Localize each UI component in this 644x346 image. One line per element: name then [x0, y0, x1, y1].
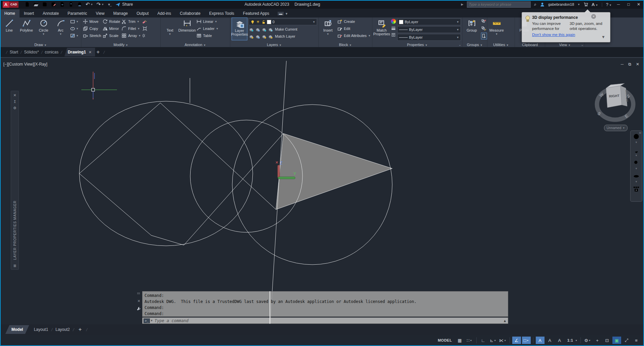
group-select-button[interactable]	[481, 33, 487, 39]
layout-tab-model[interactable]: Model	[5, 325, 29, 334]
username[interactable]: gabebrandon18	[548, 2, 574, 6]
ribbon-tab-manage[interactable]: Manage	[109, 9, 132, 17]
stretch-button[interactable]: Stretch	[83, 33, 101, 39]
close-button[interactable]: ✕	[635, 2, 642, 7]
array-button[interactable]: Array▼	[121, 33, 141, 39]
export-file-button[interactable]	[59, 2, 65, 7]
ribbon-tab-collaborate[interactable]: Collaborate	[175, 9, 205, 17]
edit-button[interactable]: Edit	[337, 26, 371, 32]
layer-state-icon[interactable]	[268, 27, 273, 32]
command-recent-dropdown-icon[interactable]: ▼	[151, 319, 153, 322]
graphics-performance-button[interactable]: ▣	[612, 337, 621, 344]
layer-state-icon[interactable]	[261, 27, 267, 32]
new-layout-button[interactable]: +	[78, 326, 82, 333]
match-properties-button[interactable]: Match Properties	[374, 17, 390, 40]
ribbon-tab-express-tools[interactable]: Express Tools	[205, 9, 238, 17]
rotate-button[interactable]: Rotate	[103, 18, 120, 25]
command-customize-icon[interactable]	[136, 306, 141, 311]
isometric-drafting-button[interactable]: ⋉▼	[498, 337, 507, 344]
measure-button[interactable]: Measure▼	[489, 17, 505, 40]
named-view-pill[interactable]: Unnamed ▼	[604, 125, 628, 131]
table-button[interactable]: Table	[196, 33, 218, 39]
maximize-button[interactable]: □	[625, 2, 632, 7]
palette-close-icon[interactable]: ✕	[13, 93, 16, 98]
rectangle-button[interactable]: ▼	[70, 18, 79, 25]
workspace-switching-button[interactable]: ⚙▼	[583, 337, 592, 344]
group-button[interactable]: Group	[464, 17, 480, 40]
annotation-autoscale-button[interactable]: A	[546, 337, 554, 344]
create-button[interactable]: Create	[337, 18, 371, 25]
new-drawing-tab-button[interactable]: +	[96, 49, 100, 55]
layer-select-dropdown[interactable]: ☀ 0▼	[249, 18, 317, 25]
ribbon-tab-parametric[interactable]: Parametric	[63, 9, 91, 17]
polar-tracking-button[interactable]: ⊾▼	[489, 337, 497, 344]
customization-plus-button[interactable]: +	[593, 337, 602, 344]
clean-screen-button[interactable]: ⤢	[622, 337, 631, 344]
save-as-button[interactable]	[51, 2, 56, 7]
palette-settings-icon[interactable]: ⚙	[13, 106, 16, 110]
edit-attributes-button[interactable]: Edit Attributes▼	[337, 33, 371, 39]
layer-state-icon[interactable]	[249, 27, 254, 32]
panel-label-block[interactable]: Block ▼	[319, 43, 372, 47]
nav-dropdown-icon[interactable]: ▼	[635, 141, 638, 144]
file-tab-conicas[interactable]: conicas	[45, 50, 58, 54]
layer-state-icon[interactable]	[249, 34, 254, 39]
showmotion-button[interactable]	[633, 186, 640, 192]
doc-minimize-icon[interactable]: ─	[621, 62, 624, 67]
isolate-objects-button[interactable]: ⊡	[603, 337, 611, 344]
make-current-button[interactable]: Make Current	[249, 26, 317, 32]
panel-label-modify[interactable]: Modify ▼	[81, 43, 160, 47]
nav-dropdown-icon[interactable]: ▼	[635, 180, 638, 183]
doc-close-icon[interactable]: ✕	[636, 62, 639, 67]
search-input[interactable]	[467, 1, 531, 8]
panel-label-draw[interactable]: Draw ▼	[0, 43, 81, 47]
ortho-mode-button[interactable]: ∟	[479, 337, 488, 344]
move-button[interactable]: Move	[83, 18, 101, 25]
annotation-scale-button[interactable]: 1:1▼	[565, 337, 578, 344]
popup-dismiss-link[interactable]: Don't show me this again	[532, 33, 575, 37]
command-window[interactable]: ✕ Command: Autodesk DWG. This file is a …	[136, 291, 508, 324]
model-space-button[interactable]: MODEL	[435, 337, 454, 344]
help-icon[interactable]: ? ▼	[606, 2, 612, 7]
command-drag-grip[interactable]	[137, 292, 141, 296]
user-dropdown-icon[interactable]: ▼	[577, 3, 580, 6]
popup-expand-icon[interactable]: ▼	[601, 35, 605, 39]
ribbon-tab-featured-apps[interactable]: Featured Apps	[239, 9, 274, 17]
annotation-scale-list-button[interactable]: A	[555, 337, 564, 344]
trim-button[interactable]: Trim▼	[121, 18, 141, 25]
open-mobile-button[interactable]	[68, 2, 74, 7]
command-close-icon[interactable]: ✕	[137, 299, 140, 303]
drawing-canvas[interactable]: ✕ Z Y [−][Custom View][X-Ray] ─ ⧉ ✕ ✕ ↥ …	[0, 58, 644, 324]
layer-state-icon[interactable]	[268, 34, 273, 39]
nav-dropdown-icon[interactable]: ▼	[635, 167, 638, 170]
group-edit-button[interactable]	[481, 26, 487, 32]
circle-button[interactable]: Circle▼	[36, 17, 51, 40]
file-tab-close-icon[interactable]: ✕	[89, 50, 92, 54]
ribbon-tab-view[interactable]: View	[91, 9, 109, 17]
text-button[interactable]: Text▼	[162, 17, 178, 40]
grid-display-button[interactable]: ▦	[455, 337, 464, 344]
polyline-button[interactable]: Polyline	[18, 17, 34, 40]
redo-button[interactable]: ↷▼	[96, 1, 104, 7]
group-erase-button[interactable]	[481, 18, 487, 25]
panel-launcher-icon[interactable]: ⌄	[458, 43, 461, 46]
open-file-button[interactable]	[33, 2, 39, 7]
copy-button[interactable]: Copy	[83, 26, 101, 32]
file-tab-start[interactable]: Start	[10, 50, 18, 54]
pan-button[interactable]	[633, 146, 640, 153]
command-expand-icon[interactable]: ▲	[504, 319, 506, 322]
doc-restore-icon[interactable]: ⧉	[628, 62, 631, 67]
orbit-button[interactable]	[633, 172, 640, 179]
layout-tab-layout1[interactable]: Layout1	[34, 327, 48, 332]
panel-label-utilities[interactable]: Utilities ▼	[487, 43, 515, 47]
hatch-button[interactable]: ▼	[70, 33, 79, 39]
mirror-button[interactable]: Mirror	[103, 26, 120, 32]
palette-pin-icon[interactable]: ↥	[13, 100, 16, 104]
lineweight-dropdown[interactable]: ByLayer▼	[397, 26, 461, 33]
new-file-button[interactable]	[25, 2, 30, 7]
offset-button[interactable]	[142, 33, 148, 39]
match-layer-button[interactable]: Match Layer	[249, 33, 317, 39]
linetype-dropdown[interactable]: ByLayer▼	[397, 34, 461, 41]
ribbon-tab-add-ins[interactable]: Add-ins	[153, 9, 175, 17]
panel-label-annotation[interactable]: Annotation ▼	[161, 43, 230, 47]
